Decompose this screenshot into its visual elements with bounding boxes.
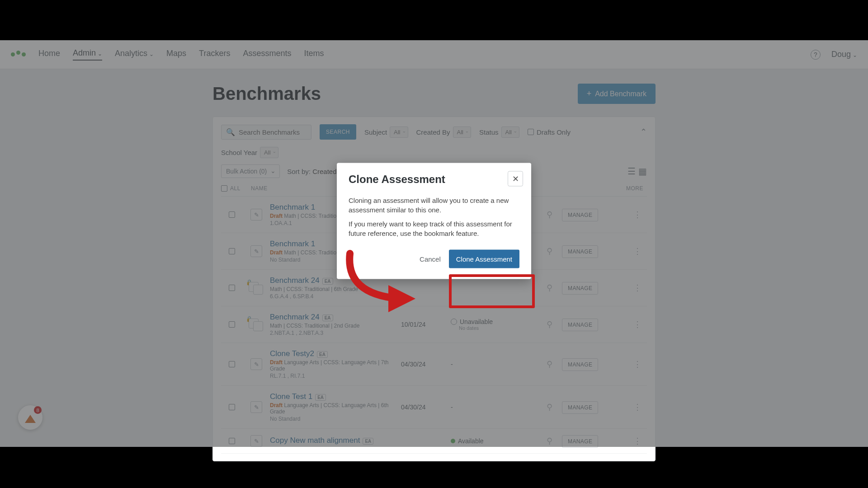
- modal-title: Clone Assessment: [349, 173, 519, 186]
- cancel-button[interactable]: Cancel: [417, 252, 443, 267]
- modal-text-1: Cloning an assessment will allow you to …: [349, 196, 519, 215]
- modal-close-button[interactable]: ✕: [508, 171, 523, 187]
- modal-text-2: If you merely want to keep track of this…: [349, 219, 519, 238]
- clone-assessment-modal: Clone Assessment ✕ Cloning an assessment…: [337, 163, 531, 279]
- clone-assessment-button[interactable]: Clone Assessment: [449, 250, 519, 268]
- close-icon: ✕: [512, 174, 519, 184]
